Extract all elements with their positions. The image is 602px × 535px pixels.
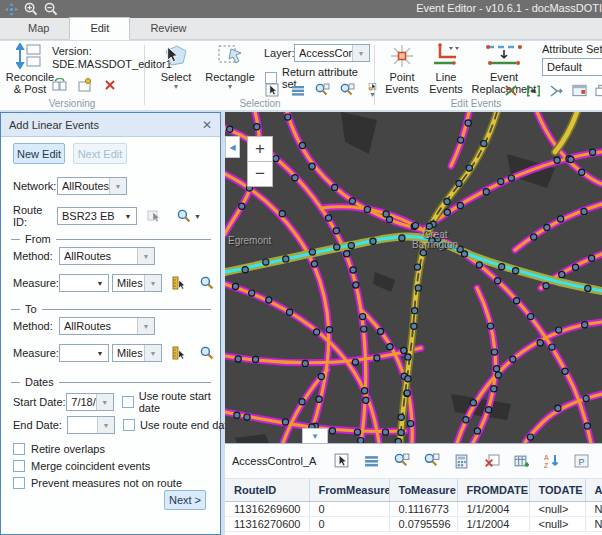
tab-edit[interactable]: Edit (69, 17, 130, 40)
merge-event-icon[interactable] (549, 83, 564, 98)
ribbon: Reconcile & Post Version: SDE.MASSDOT_ed… (0, 41, 602, 110)
to-method-label: Method: (13, 320, 59, 332)
zoom-in-button[interactable]: + (247, 136, 273, 162)
chevron-left-icon: ◀ (229, 143, 235, 152)
attribute-set-select[interactable]: Default (542, 58, 602, 76)
event-editor-window: Event Editor - v10.6.1 - docMassDOTI Map… (0, 0, 602, 535)
route-zoom-icon[interactable] (176, 209, 191, 224)
line-events-button[interactable]: Line Events (426, 43, 466, 95)
table-layer-name: AccessControl_A (232, 455, 316, 467)
panel-header: Add Linear Events ✕ (1, 113, 220, 137)
measure-event-icon[interactable] (526, 83, 541, 98)
table-row[interactable]: 11316269600 0 0.1116773 1/1/2004 <null> … (225, 502, 602, 517)
table-row[interactable]: 11316270600 0 0.0795596 1/1/2004 <null> … (225, 517, 602, 532)
edit-window-icon[interactable] (572, 83, 587, 98)
zoom-out-button[interactable]: − (247, 161, 273, 187)
layer-select[interactable]: AccessControl_A ▼ (294, 44, 370, 62)
map-canvas[interactable]: Egremont Great Barrington ◀ + − ▼ (225, 112, 602, 443)
collapse-table-button[interactable]: ▼ (302, 428, 328, 443)
svg-text:A: A (544, 454, 549, 461)
point-events-button[interactable]: Point Events (382, 43, 422, 95)
network-select[interactable]: AllRoutes ▼ (57, 177, 127, 195)
sort-icon[interactable]: AZ (543, 453, 560, 470)
tab-map[interactable]: Map (8, 18, 69, 39)
to-measure-zoom-icon[interactable] (199, 346, 214, 361)
new-edit-button[interactable]: New Edit (13, 143, 65, 164)
zoom-to-selected-icon[interactable] (315, 83, 330, 98)
from-measure-combo[interactable]: ▼ (59, 274, 109, 292)
reconcile-post-button[interactable]: Reconcile & Post (6, 43, 54, 95)
select-by-shape-icon[interactable] (333, 453, 350, 470)
to-method-select[interactable]: AllRoutes ▼ (59, 317, 155, 335)
show-records-icon[interactable] (363, 453, 380, 470)
cell-fromdate: 1/1/2004 (457, 517, 529, 532)
zoom-out-icon[interactable] (44, 2, 58, 16)
delete-selected-icon[interactable] (483, 453, 500, 470)
to-units-select[interactable]: Miles ▼ (112, 344, 162, 362)
add-record-icon[interactable] (513, 453, 530, 470)
start-date-label: Start Date: (13, 396, 66, 408)
chevron-down-icon: ▼ (144, 345, 161, 361)
from-measure-pick-icon[interactable] (172, 276, 187, 291)
chevron-down-icon: ▼ (92, 345, 108, 361)
close-icon[interactable]: ✕ (202, 118, 212, 132)
select-button[interactable]: Select ▼ (154, 43, 198, 90)
to-measure-pick-icon[interactable] (172, 346, 187, 361)
use-route-start-label: Use route start date (139, 390, 234, 414)
zoom-in-icon[interactable] (24, 2, 38, 16)
edit-events-group: Point Events Line Events (376, 41, 602, 110)
delete-version-icon[interactable] (102, 77, 117, 92)
chevron-down-icon[interactable]: ▼ (194, 213, 201, 220)
prevent-measures-checkbox[interactable] (13, 477, 25, 489)
next-button[interactable]: Next > (164, 490, 206, 510)
column-header[interactable]: AC (585, 479, 602, 502)
column-header[interactable]: ToMeasure (389, 479, 457, 502)
use-route-end-checkbox[interactable] (123, 419, 135, 431)
next-edit-button[interactable]: Next Edit (73, 143, 127, 164)
tab-review[interactable]: Review (130, 18, 206, 39)
split-event-icon[interactable] (503, 83, 518, 98)
map-zoom-control: + − (247, 136, 273, 187)
from-method-select[interactable]: AllRoutes ▼ (59, 247, 155, 265)
from-units-select[interactable]: Miles ▼ (112, 274, 162, 292)
popup-icon[interactable]: P (573, 453, 590, 470)
column-header[interactable]: TODATE (529, 479, 585, 502)
ribbon-tab-bar: Map Edit Review (0, 18, 602, 40)
show-records-icon[interactable] (290, 83, 305, 98)
route-id-combo[interactable]: BSR23 EB ▼ (57, 207, 137, 225)
zoom-to-selected-icon[interactable] (393, 453, 410, 470)
merge-coincident-checkbox[interactable] (13, 460, 25, 472)
start-date-picker[interactable]: 7/18/ ▼ (66, 393, 113, 411)
network-label: Network: (13, 180, 57, 192)
title-bar: Event Editor - v10.6.1 - docMassDOTI (0, 0, 602, 18)
from-method-label: Method: (13, 250, 59, 262)
cell-tomeasure: 0.1116773 (389, 502, 457, 517)
merge-coincident-label: Merge coincident events (31, 460, 150, 472)
pan-to-selected-icon[interactable] (423, 453, 440, 470)
to-measure-combo[interactable]: ▼ (59, 344, 109, 362)
column-header[interactable]: RouteID (225, 479, 309, 502)
collapse-panel-left-button[interactable]: ◀ (225, 136, 240, 158)
pan-to-selected-icon[interactable] (340, 83, 355, 98)
chevron-down-icon: ▼ (352, 45, 369, 61)
end-date-picker[interactable]: ▼ (67, 416, 115, 434)
select-route-on-map-icon[interactable] (147, 209, 162, 224)
cascade-window-icon[interactable] (595, 83, 602, 98)
column-header[interactable]: FROMDATE (457, 479, 529, 502)
new-version-icon[interactable] (77, 77, 92, 92)
select-by-shape-icon[interactable] (265, 83, 280, 98)
pan-icon[interactable] (4, 2, 18, 16)
column-header[interactable]: FromMeasure (309, 479, 389, 502)
table-header-row: RouteID FromMeasure ToMeasure FROMDATE T… (225, 479, 602, 502)
selection-group: Select ▼ Rectangle ▼ Layer: AccessContro… (146, 41, 374, 110)
use-route-start-checkbox[interactable] (122, 396, 134, 408)
chevron-down-icon: ▼ (227, 83, 234, 90)
chevron-down-icon: ▼ (137, 248, 154, 264)
rectangle-button[interactable]: Rectangle ▼ (204, 43, 256, 90)
chevron-down-icon: ▼ (144, 275, 161, 291)
retire-overlaps-checkbox[interactable] (13, 443, 25, 455)
field-calculator-icon[interactable] (453, 453, 470, 470)
from-measure-zoom-icon[interactable] (199, 276, 214, 291)
refresh-version-icon[interactable] (52, 77, 67, 92)
map-label-great-barrington: Great Barrington (403, 230, 467, 250)
